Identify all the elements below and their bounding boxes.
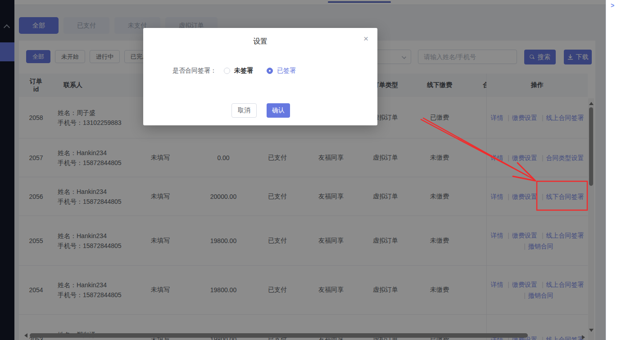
confirm-button[interactable]: 确认 [267,103,290,118]
contract-sign-field: 是否合同签署： 未签署 已签署 [172,67,309,75]
radio-label: 未签署 [234,67,253,75]
radio-icon [267,68,273,74]
settings-dialog: 设置 × 是否合同签署： 未签署 已签署 取消 确认 [143,28,377,125]
radio-not-signed[interactable]: 未签署 [224,67,253,75]
panel-expand-icon[interactable]: > [611,2,614,9]
radio-label: 已签署 [277,67,296,75]
app-root: 全部已支付未支付虚拟订单 全部未开始进行中已完成 搜索 下载 订单id联系人订单… [0,0,644,340]
right-side-panel: > [606,0,644,340]
radio-signed[interactable]: 已签署 [267,67,296,75]
close-icon[interactable]: × [363,34,368,43]
cancel-button[interactable]: 取消 [231,103,257,118]
field-label: 是否合同签署： [172,67,217,75]
dialog-title: 设置 [143,37,377,46]
radio-icon [224,68,230,74]
